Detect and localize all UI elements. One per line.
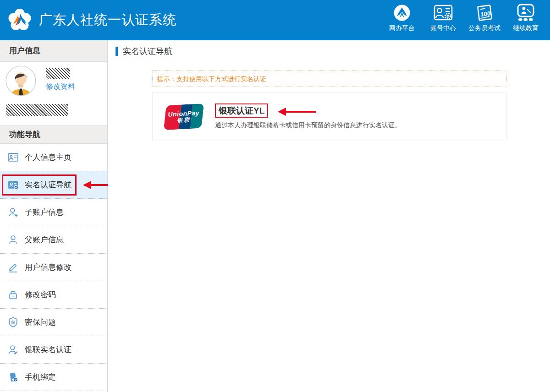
teaching-board-icon xyxy=(516,3,536,22)
sidebar-item-security-question[interactable]: 保密保问题 xyxy=(0,309,107,336)
sidebar-item-phone-binding[interactable]: 手机绑定 xyxy=(0,364,107,391)
sidebar-menu: 个人信息主页实名认证导航子账户信息父账户信息用户信息修改修改密码保密保问题银联实… xyxy=(0,144,107,391)
sidebar-item-change-password[interactable]: 修改密码 xyxy=(0,281,107,309)
sidebar-item-label: 手机绑定 xyxy=(25,372,56,382)
sidebar-item-label: 用户信息修改 xyxy=(25,262,72,272)
sidebar-item-personal-info-home[interactable]: 个人信息主页 xyxy=(0,144,107,171)
avatar xyxy=(6,65,36,96)
page-title-row: 实名认证导航 xyxy=(108,40,550,62)
auth-method-card[interactable]: UnionPay 银联 银联认证YL 通过本人办理银联储蓄卡或信用卡预留的身份信… xyxy=(152,92,507,141)
top-nav-continuing-education[interactable]: 继续教育 xyxy=(505,3,546,33)
top-nav-label: 账号中心 xyxy=(430,24,456,33)
id-badge-icon xyxy=(7,152,19,163)
sidebar-item-sub-account-info[interactable]: 子账户信息 xyxy=(0,199,107,226)
sidebar-item-user-info-edit[interactable]: 用户信息修改 xyxy=(0,254,107,281)
sidebar-item-label: 父账户信息 xyxy=(25,234,64,245)
sidebar: 用户信息 修改资料 xyxy=(0,40,108,392)
user-icon xyxy=(7,234,19,246)
main-content: 实名认证导航 提示：支持使用以下方式进行实名认证 UnionPay 银联 银联认… xyxy=(108,40,550,392)
nav-section-title: 功能导航 xyxy=(0,125,107,144)
top-nav-label: 公务员考试 xyxy=(468,24,500,33)
top-nav-account-center[interactable]: 账号中心 xyxy=(423,3,464,33)
top-nav-label: 继续教育 xyxy=(513,24,539,33)
user-plus-icon xyxy=(7,207,19,218)
app-title: 广东人社统一认证系统 xyxy=(39,11,176,29)
title-accent-bar xyxy=(116,47,118,56)
header-nav: 网办平台账号中心100公务员考试继续教育 xyxy=(381,3,546,33)
method-title-row: 银联认证YL xyxy=(215,103,401,118)
redacted-username xyxy=(46,68,70,79)
user-check-icon xyxy=(7,344,19,356)
top-nav-label: 网办平台 xyxy=(389,24,415,33)
sidebar-item-parent-account-info[interactable]: 父账户信息 xyxy=(0,226,107,254)
phone-check-icon xyxy=(7,371,19,383)
method-info: 银联认证YL 通过本人办理银联储蓄卡或信用卡预留的身份信息进行实名认证。 xyxy=(215,103,401,130)
unionpay-auth-link[interactable]: 银联认证YL xyxy=(215,103,268,118)
header: 广东人社统一认证系统 网办平台账号中心100公务员考试继续教育 xyxy=(0,0,550,40)
sidebar-item-unionpay-realname-auth[interactable]: 银联实名认证 xyxy=(0,336,107,364)
notice-bar: 提示：支持使用以下方式进行实名认证 xyxy=(152,70,507,87)
user-info-block: 修改资料 xyxy=(0,62,107,125)
account-card-gear-icon xyxy=(433,3,453,22)
sidebar-item-label: 银联实名认证 xyxy=(25,344,72,355)
page: 广东人社统一认证系统 网办平台账号中心100公务员考试继续教育 用户信息 xyxy=(0,0,550,392)
user-section-title: 用户信息 xyxy=(0,40,107,62)
portal-globe-icon xyxy=(393,3,411,22)
kapok-flower-logo xyxy=(7,8,32,33)
sidebar-item-label: 子账户信息 xyxy=(25,207,64,218)
pencil-icon xyxy=(7,261,19,273)
sidebar-item-label: 密保问题 xyxy=(25,317,56,327)
annotation-arrow-main xyxy=(278,108,316,116)
page-title: 实名认证导航 xyxy=(123,46,172,57)
svg-text:保: 保 xyxy=(10,320,15,325)
redacted-id-number xyxy=(6,104,68,116)
method-description: 通过本人办理银联储蓄卡或信用卡预留的身份信息进行实名认证。 xyxy=(215,121,401,130)
sidebar-item-label: 修改密码 xyxy=(25,289,56,300)
shield-bao-icon: 保 xyxy=(7,316,19,328)
edit-profile-link[interactable]: 修改资料 xyxy=(46,82,75,92)
lock-icon xyxy=(7,289,19,301)
id-card-check-icon xyxy=(7,179,19,191)
sidebar-item-label: 个人信息主页 xyxy=(25,152,72,163)
top-nav-online-platform[interactable]: 网办平台 xyxy=(381,3,423,33)
unionpay-logo: UnionPay 银联 xyxy=(164,103,204,130)
top-nav-civil-service-exam[interactable]: 100公务员考试 xyxy=(464,3,505,33)
sidebar-item-realname-auth-nav[interactable]: 实名认证导航 xyxy=(0,171,107,199)
exam-score-icon: 100 xyxy=(475,3,494,22)
unionpay-logo-text-cn: 银联 xyxy=(177,117,191,124)
sidebar-item-label: 实名认证导航 xyxy=(25,180,72,190)
